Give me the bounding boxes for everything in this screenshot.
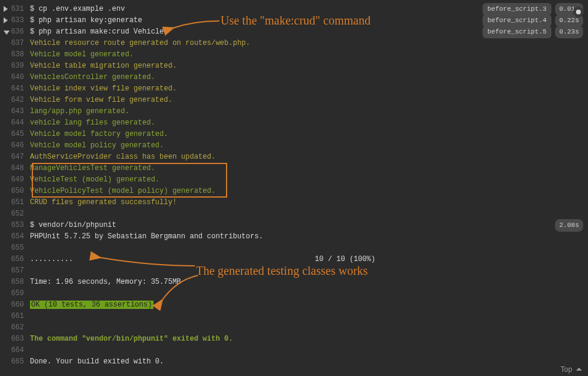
log-line: 642Vehicle form view file generated.	[0, 95, 588, 106]
line-number: 647	[0, 151, 30, 163]
line-number: 646	[0, 140, 30, 151]
line-number: 649	[0, 174, 30, 186]
log-line: 652	[0, 208, 588, 220]
line-number: 664	[0, 345, 30, 356]
line-number: 662	[0, 322, 30, 333]
line-number: 642	[0, 95, 30, 106]
line-content: Vehicle index view file generated.	[30, 83, 177, 95]
line-number: 653	[0, 220, 30, 231]
line-content: Vehicle model generated.	[30, 49, 134, 60]
line-number: 660	[0, 299, 30, 311]
line-content: $ php artisan make:crud Vehicle	[30, 26, 164, 38]
log-line: 645Vehicle model factory generated.	[0, 129, 588, 140]
ok-badge: OK (10 tests, 36 assertions)	[30, 301, 153, 309]
line-number: 637	[0, 38, 30, 49]
line-content: $ cp .env.example .env	[30, 4, 125, 15]
log-line: 664	[0, 345, 588, 356]
log-line: 640VehiclesController generated.	[0, 72, 588, 83]
line-content: OK (10 tests, 36 assertions)	[30, 299, 153, 311]
line-number: 652	[0, 208, 30, 220]
top-link-label: Top	[560, 365, 572, 374]
line-badges: before_script.40.22s	[483, 14, 583, 27]
line-content: Vehicle resource route generated on rout…	[30, 38, 250, 49]
line-content: Vehicle table migration generated.	[30, 60, 177, 72]
line-content: Time: 1.96 seconds, Memory: 35.75MB	[30, 277, 181, 288]
line-number: 650	[0, 186, 30, 197]
line-content: The command "vendor/bin/phpunit" exited …	[30, 333, 233, 345]
line-number: 638	[0, 49, 30, 60]
log-line: 662	[0, 322, 588, 333]
fold-closed-icon[interactable]	[4, 6, 8, 12]
line-number: 644	[0, 117, 30, 129]
log-line: 637Vehicle resource route generated on r…	[0, 38, 588, 49]
log-line: 646Vehicle model policy generated.	[0, 140, 588, 151]
log-line: 661	[0, 311, 588, 322]
line-number: 641	[0, 83, 30, 95]
line-content: $ php artisan key:generate	[30, 15, 142, 26]
annotation-tests: The generated testing classes works	[196, 264, 368, 278]
line-badges: 2.08s	[555, 219, 583, 232]
line-number: 643	[0, 106, 30, 117]
log-line: 660OK (10 tests, 36 assertions)	[0, 299, 588, 311]
line-content: Done. Your build exited with 0.	[30, 356, 164, 368]
log-line: 639Vehicle table migration generated.	[0, 60, 588, 72]
log-line: 654PHPUnit 5.7.25 by Sebastian Bergmann …	[0, 231, 588, 242]
stage-badge: before_script.5	[483, 26, 551, 38]
line-content: Vehicle model factory generated.	[30, 129, 168, 140]
line-number: 655	[0, 242, 30, 254]
log-line: 665Done. Your build exited with 0.	[0, 356, 588, 368]
line-badges: before_script.30.01s	[483, 3, 583, 16]
highlight-tests-box	[32, 163, 227, 198]
time-badge: 0.23s	[555, 26, 583, 38]
line-number: 645	[0, 129, 30, 140]
line-number: 658	[0, 277, 30, 288]
line-number: 656	[0, 254, 30, 265]
line-number: 648	[0, 163, 30, 174]
log-line: 636$ php artisan make:crud Vehiclebefore…	[0, 26, 588, 38]
stage-badge: before_script.3	[483, 3, 551, 16]
log-line: 647AuthServiceProvider class has been up…	[0, 151, 588, 163]
status-indicator-icon	[573, 7, 584, 17]
annotation-makecrud: Use the "make:crud" command	[221, 14, 370, 28]
line-badges: before_script.50.23s	[483, 26, 583, 38]
line-content: lang/app.php generated.	[30, 106, 129, 117]
log-line: 641Vehicle index view file generated.	[0, 83, 588, 95]
log-line: 659	[0, 288, 588, 299]
line-number: 663	[0, 333, 30, 345]
line-content: vehicle lang files generated.	[30, 117, 155, 129]
line-number: 640	[0, 72, 30, 83]
log-line: 651CRUD files generated successfully!	[0, 197, 588, 208]
stage-badge: before_script.4	[483, 14, 551, 27]
fold-closed-icon[interactable]	[4, 17, 8, 23]
scroll-top-link[interactable]: Top	[560, 365, 582, 374]
line-number: 661	[0, 311, 30, 322]
line-number: 657	[0, 265, 30, 277]
caret-up-icon	[576, 368, 582, 371]
log-line: 658Time: 1.96 seconds, Memory: 35.75MB	[0, 277, 588, 288]
line-content: Vehicle form view file generated.	[30, 95, 173, 106]
time-badge: 2.08s	[555, 219, 583, 232]
line-content: PHPUnit 5.7.25 by Sebastian Bergmann and…	[30, 231, 263, 242]
line-content: CRUD files generated successfully!	[30, 197, 177, 208]
line-content: AuthServiceProvider class has been updat…	[30, 151, 216, 163]
line-number: 639	[0, 60, 30, 72]
line-content: $ vendor/bin/phpunit	[30, 220, 116, 231]
line-number: 654	[0, 231, 30, 242]
line-number: 665	[0, 356, 30, 368]
log-line: 643lang/app.php generated.	[0, 106, 588, 117]
log-line: 663The command "vendor/bin/phpunit" exit…	[0, 333, 588, 345]
log-line: 644vehicle lang files generated.	[0, 117, 588, 129]
line-content: VehiclesController generated.	[30, 72, 155, 83]
fold-open-icon[interactable]	[4, 31, 10, 35]
line-number: 651	[0, 197, 30, 208]
line-content: Vehicle model policy generated.	[30, 140, 164, 151]
log-line: 653$ vendor/bin/phpunit2.08s	[0, 220, 588, 231]
line-number: 659	[0, 288, 30, 299]
log-line: 655	[0, 242, 588, 254]
log-line: 638Vehicle model generated.	[0, 49, 588, 60]
